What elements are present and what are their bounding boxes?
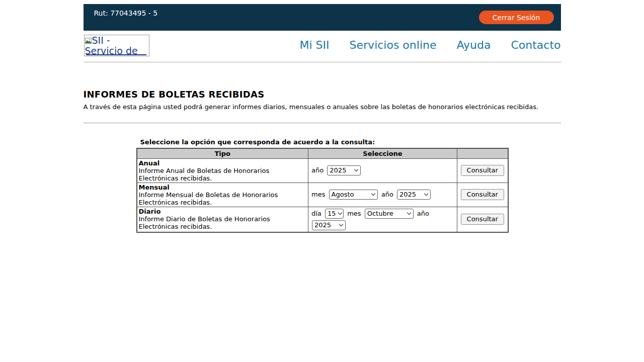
table-row-anual: Anual Informe Anual de Boletas de Honora… <box>137 158 508 183</box>
anual-description: Informe Anual de Boletas de Honorarios E… <box>139 167 270 182</box>
column-header-seleccione: Seleccione <box>308 148 457 158</box>
nav-ayuda[interactable]: Ayuda <box>456 39 491 51</box>
diario-day-label: día <box>311 210 321 217</box>
diario-month-label: mes <box>347 210 361 217</box>
nav-contacto[interactable]: Contacto <box>511 39 560 51</box>
nav-mi-sii[interactable]: Mi SII <box>300 39 330 51</box>
table-header-row: Tipo Seleccione <box>137 148 508 158</box>
table-row-mensual: Mensual Informe Mensual de Boletas de Ho… <box>137 183 508 207</box>
diario-month-select-wrap: Octubre <box>365 208 414 219</box>
mensual-year-select-wrap: 2025 <box>397 189 431 200</box>
anual-year-select-wrap: 2025 <box>327 165 361 176</box>
page: Rut: 77043495 - 5 Cerrar Sesión SII - Se… <box>84 4 561 233</box>
rut-label: Rut: 77043495 - 5 <box>94 9 158 17</box>
main-nav: Mi SII Servicios online Ayuda Contacto <box>300 39 561 51</box>
report-options-table: Tipo Seleccione Anual Informe Anual de B… <box>136 148 509 233</box>
nav-servicios-online[interactable]: Servicios online <box>350 39 437 51</box>
mensual-year-label: año <box>381 191 393 198</box>
diario-description: Informe Diario de Boletas de Honorarios … <box>139 215 270 230</box>
mensual-year-select[interactable]: 2025 <box>397 190 431 200</box>
diario-year-select-wrap: 2025 <box>312 220 346 231</box>
anual-type-label: Anual <box>139 159 307 167</box>
logo-underline <box>86 54 146 55</box>
mensual-month-select-wrap: Agosto <box>329 189 378 200</box>
topbar: Rut: 77043495 - 5 Cerrar Sesión <box>84 4 561 31</box>
column-header-tipo: Tipo <box>137 148 308 158</box>
mensual-month-label: mes <box>311 191 325 198</box>
column-header-action <box>457 148 508 158</box>
main-content: INFORMES DE BOLETAS RECIBIDAS A través d… <box>84 89 561 233</box>
anual-year-select[interactable]: 2025 <box>327 165 361 175</box>
anual-consultar-button[interactable]: Consultar <box>461 165 504 176</box>
diario-day-select[interactable]: 15 <box>325 209 344 219</box>
logout-button[interactable]: Cerrar Sesión <box>479 11 554 24</box>
mensual-description: Informe Mensual de Boletas de Honorarios… <box>139 191 278 206</box>
anual-year-label: año <box>311 166 324 174</box>
sii-logo-link[interactable]: SII - Servicio de <box>84 35 149 56</box>
diario-type-label: Diario <box>139 208 307 215</box>
mensual-consultar-button[interactable]: Consultar <box>461 189 504 200</box>
form-area: Seleccione la opción que corresponda de … <box>136 138 561 233</box>
mensual-type-label: Mensual <box>139 184 307 191</box>
diario-month-select[interactable]: Octubre <box>365 209 414 219</box>
form-instruction: Seleccione la opción que corresponda de … <box>140 138 561 146</box>
diario-consultar-button[interactable]: Consultar <box>461 214 504 225</box>
diario-year-label: año <box>417 210 429 217</box>
page-title: INFORMES DE BOLETAS RECIBIDAS <box>84 89 561 100</box>
table-row-diario: Diario Informe Diario de Boletas de Hono… <box>137 207 508 232</box>
horizontal-divider <box>84 123 561 123</box>
logo-alt-text: SII - Servicio de <box>85 35 138 56</box>
diario-year-select[interactable]: 2025 <box>312 220 346 230</box>
broken-image-icon <box>85 35 92 46</box>
header: SII - Servicio de Mi SII Servicios onlin… <box>84 31 561 62</box>
mensual-month-select[interactable]: Agosto <box>329 190 378 200</box>
page-description: A través de esta página usted podrá gene… <box>84 103 561 111</box>
diario-day-select-wrap: 15 <box>325 208 344 219</box>
